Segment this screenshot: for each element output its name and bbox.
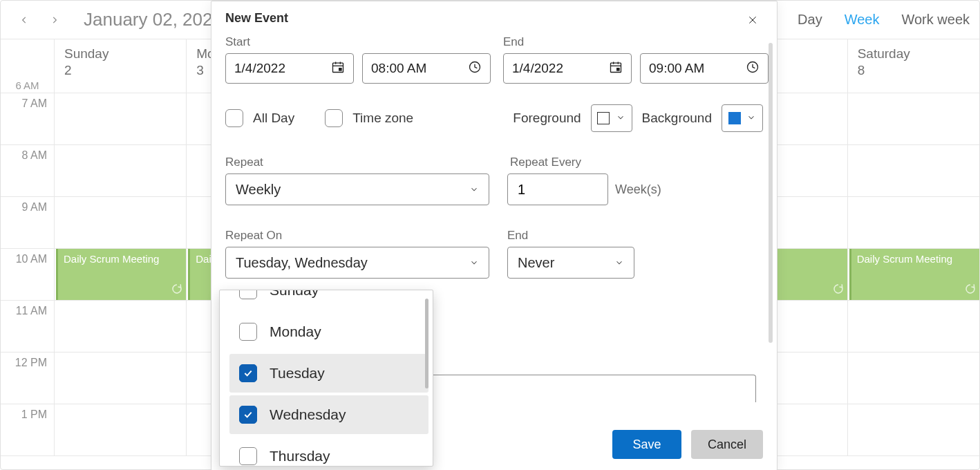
chevron-down-icon [746, 111, 756, 126]
calendar-app: January 02, 2022 – January 08, 2022 Mont… [0, 0, 980, 470]
dd-option-tuesday[interactable]: Tuesday [229, 354, 428, 393]
dd-option-monday[interactable]: Monday [229, 312, 428, 351]
chevron-down-icon [614, 255, 624, 271]
calendar-icon [609, 60, 623, 77]
start-time-input[interactable]: 08:00 AM [362, 53, 491, 84]
background-label: Background [642, 111, 712, 126]
clock-icon [746, 60, 760, 77]
cancel-button[interactable]: Cancel [691, 430, 763, 459]
checkbox-icon [225, 109, 243, 127]
repeat-every-input[interactable]: 1 [507, 173, 608, 205]
svg-rect-6 [339, 68, 341, 70]
start-date-input[interactable]: 1/4/2022 [225, 53, 354, 84]
start-label: Start [225, 35, 491, 49]
background-dropdown[interactable] [722, 104, 763, 132]
checkbox-icon [239, 447, 257, 465]
checkbox-icon [239, 323, 257, 341]
modal-scrollbar[interactable] [769, 43, 773, 343]
end-time-input[interactable]: 09:00 AM [640, 53, 769, 84]
clock-icon [468, 60, 482, 77]
chevron-down-icon [616, 111, 625, 126]
close-icon [747, 15, 758, 26]
color-swatch [597, 112, 610, 124]
end-date-input[interactable]: 1/4/2022 [503, 53, 632, 84]
checkbox-icon [239, 290, 257, 299]
repeat-on-select[interactable]: Tuesday, Wednesday [225, 247, 489, 279]
svg-rect-12 [617, 68, 619, 70]
all-day-checkbox[interactable]: All Day [225, 109, 294, 127]
repeat-select[interactable]: Weekly [225, 173, 489, 205]
repeat-on-label: Repeat On [225, 229, 489, 243]
chevron-down-icon [469, 182, 479, 198]
checkbox-checked-icon [239, 406, 257, 424]
modal-title: New Event [225, 11, 763, 26]
close-button[interactable] [741, 8, 764, 32]
dd-option-thursday[interactable]: Thursday [229, 437, 428, 467]
calendar-icon [331, 60, 345, 77]
foreground-label: Foreground [513, 111, 581, 126]
dd-option-sunday[interactable]: Sunday [229, 290, 428, 310]
color-swatch [728, 112, 741, 124]
repeat-on-dropdown-panel: Sunday Monday Tuesday Wednesday Thursday [219, 290, 433, 467]
checkbox-icon [325, 109, 343, 127]
foreground-dropdown[interactable] [591, 104, 632, 132]
end-label: End [503, 35, 769, 49]
repeat-every-label: Repeat Every [510, 156, 661, 169]
repeat-unit-label: Week(s) [615, 182, 661, 197]
save-button[interactable]: Save [612, 430, 681, 459]
end-opt-label: End [507, 229, 634, 243]
chevron-down-icon [469, 255, 479, 271]
end-option-select[interactable]: Never [507, 247, 634, 279]
repeat-label: Repeat [225, 156, 489, 169]
dropdown-scrollbar[interactable] [425, 299, 428, 388]
dd-option-wednesday[interactable]: Wednesday [229, 395, 428, 434]
time-zone-checkbox[interactable]: Time zone [325, 109, 413, 127]
checkbox-checked-icon [239, 364, 257, 382]
